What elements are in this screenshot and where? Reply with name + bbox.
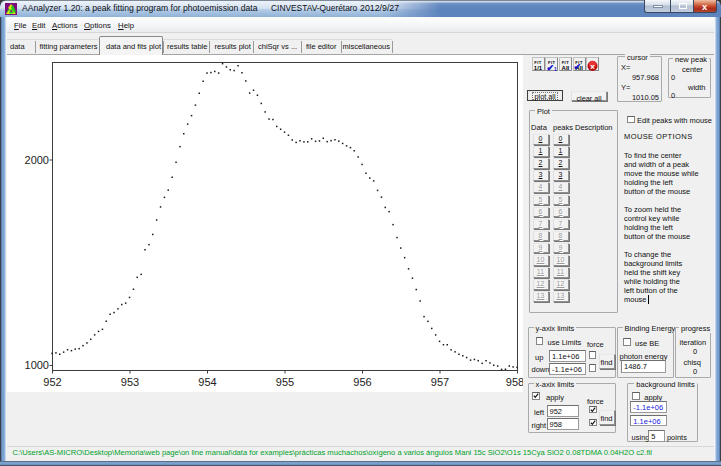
svg-text:x: x xyxy=(591,62,596,71)
svg-text:2000: 2000 xyxy=(25,154,49,166)
svg-text:954: 954 xyxy=(198,376,216,388)
svg-text:956: 956 xyxy=(353,376,371,388)
svg-text:952: 952 xyxy=(43,376,61,388)
svg-text:955: 955 xyxy=(276,376,294,388)
svg-text:958: 958 xyxy=(506,376,523,388)
svg-text:953: 953 xyxy=(121,376,139,388)
svg-text:957: 957 xyxy=(431,376,449,388)
svg-text:1000: 1000 xyxy=(25,359,49,371)
